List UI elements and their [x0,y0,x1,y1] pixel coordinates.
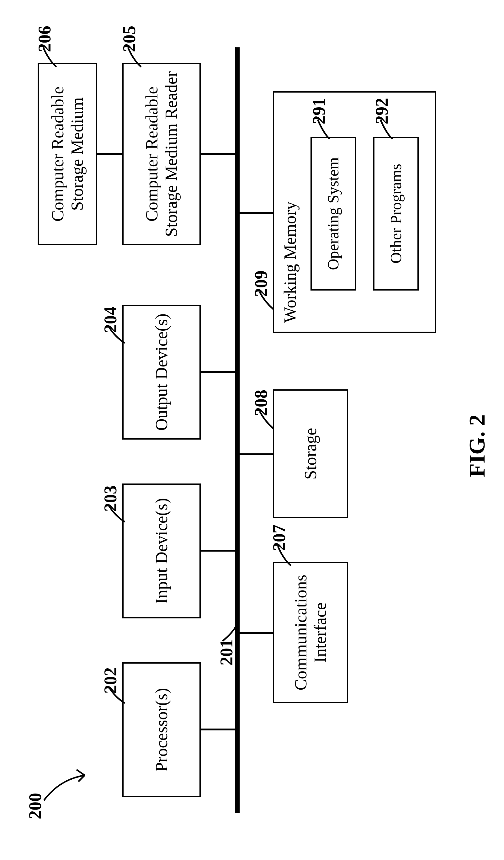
box-programs: Other Programs [373,137,419,290]
lead-input [106,500,129,525]
label-processor: Processor(s) [152,688,171,772]
box-comm: Communications Interface [273,562,348,703]
lead-bus [219,621,242,644]
connector-reader-bus [201,153,237,155]
connector-output-bus [201,371,237,373]
label-input: Input Device(s) [152,498,171,604]
connector-input-bus [201,550,237,551]
box-input: Input Device(s) [122,484,201,618]
label-reader: Computer Readable Storage Medium Reader [142,67,181,241]
figure-caption: FIG. 2 [464,414,490,477]
lead-memory [257,287,276,313]
lead-storage [257,407,276,432]
lead-medium [41,44,60,69]
label-output: Output Device(s) [152,313,171,430]
connector-bus-memory [240,212,274,214]
lead-programs [378,116,395,142]
lead-reader [126,44,144,69]
page: 200 Processor(s) 202 Input Device(s) 203… [0,0,504,860]
connector-medium-reader [97,153,122,155]
label-programs: Other Programs [387,164,405,263]
bus-line [235,47,240,813]
label-storage: Storage [301,428,320,480]
connector-bus-storage [240,453,274,455]
label-memory: Working Memory [280,201,300,323]
arrow-icon [41,757,91,807]
connector-bus-comm [240,632,274,634]
box-reader: Computer Readable Storage Medium Reader [122,63,201,245]
diagram-canvas: 200 Processor(s) 202 Input Device(s) 203… [0,0,504,860]
lead-processor [106,681,129,706]
box-storage: Storage [273,389,348,518]
label-medium: Computer Readable Storage Medium [48,67,87,241]
connector-processor-bus [201,729,237,730]
lead-output [106,321,129,346]
label-comm: Communications Interface [291,566,330,699]
lead-os [315,116,332,142]
box-processor: Processor(s) [122,662,201,797]
box-output: Output Device(s) [122,305,201,440]
box-medium: Computer Readable Storage Medium [38,63,97,245]
lead-comm [275,543,294,568]
box-os: Operating System [311,137,356,290]
label-os: Operating System [324,157,343,270]
